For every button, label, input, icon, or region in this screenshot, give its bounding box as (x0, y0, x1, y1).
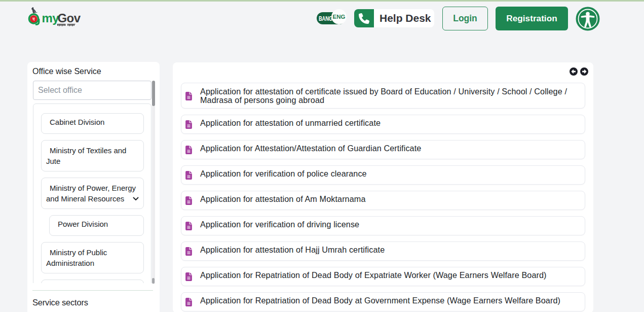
svg-text:Gov: Gov (58, 11, 81, 25)
svg-text:my: my (42, 11, 60, 25)
